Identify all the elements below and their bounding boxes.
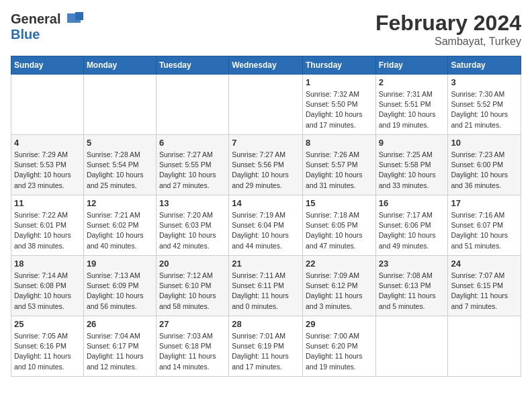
day-content: Sunrise: 7:20 AM Sunset: 6:03 PM Dayligh… bbox=[159, 210, 226, 251]
day-content: Sunrise: 7:32 AM Sunset: 5:50 PM Dayligh… bbox=[306, 89, 373, 130]
day-content: Sunrise: 7:27 AM Sunset: 5:55 PM Dayligh… bbox=[159, 150, 226, 191]
day-content: Sunrise: 7:09 AM Sunset: 6:12 PM Dayligh… bbox=[306, 271, 373, 312]
day-number: 15 bbox=[306, 198, 373, 208]
day-number: 20 bbox=[159, 259, 226, 269]
column-header-thursday: Thursday bbox=[302, 56, 375, 75]
day-number: 27 bbox=[159, 319, 226, 329]
calendar-cell: 14Sunrise: 7:19 AM Sunset: 6:04 PM Dayli… bbox=[229, 195, 303, 256]
calendar-cell: 19Sunrise: 7:13 AM Sunset: 6:09 PM Dayli… bbox=[83, 256, 156, 316]
calendar-cell: 12Sunrise: 7:21 AM Sunset: 6:02 PM Dayli… bbox=[83, 195, 156, 256]
calendar-cell: 17Sunrise: 7:16 AM Sunset: 6:07 PM Dayli… bbox=[448, 195, 521, 256]
calendar-cell: 23Sunrise: 7:08 AM Sunset: 6:13 PM Dayli… bbox=[375, 256, 448, 316]
day-content: Sunrise: 7:25 AM Sunset: 5:58 PM Dayligh… bbox=[379, 150, 445, 191]
calendar-cell: 20Sunrise: 7:12 AM Sunset: 6:10 PM Dayli… bbox=[156, 256, 228, 316]
day-content: Sunrise: 7:30 AM Sunset: 5:52 PM Dayligh… bbox=[451, 89, 518, 130]
calendar-cell: 25Sunrise: 7:05 AM Sunset: 6:16 PM Dayli… bbox=[11, 316, 84, 377]
day-number: 25 bbox=[14, 319, 81, 329]
day-number: 12 bbox=[87, 198, 153, 208]
day-number: 21 bbox=[232, 259, 300, 269]
calendar-cell: 18Sunrise: 7:14 AM Sunset: 6:08 PM Dayli… bbox=[11, 256, 84, 316]
calendar-cell: 5Sunrise: 7:28 AM Sunset: 5:54 PM Daylig… bbox=[83, 135, 156, 195]
day-content: Sunrise: 7:01 AM Sunset: 6:19 PM Dayligh… bbox=[232, 331, 300, 372]
day-number: 2 bbox=[379, 77, 445, 87]
calendar-week-5: 25Sunrise: 7:05 AM Sunset: 6:16 PM Dayli… bbox=[11, 316, 521, 377]
day-content: Sunrise: 7:16 AM Sunset: 6:07 PM Dayligh… bbox=[451, 210, 518, 251]
day-content: Sunrise: 7:26 AM Sunset: 5:57 PM Dayligh… bbox=[306, 150, 373, 191]
calendar-week-2: 4Sunrise: 7:29 AM Sunset: 5:53 PM Daylig… bbox=[11, 135, 521, 195]
day-number: 19 bbox=[87, 259, 153, 269]
day-number: 1 bbox=[306, 77, 373, 87]
calendar-cell: 15Sunrise: 7:18 AM Sunset: 6:05 PM Dayli… bbox=[302, 195, 375, 256]
day-number: 3 bbox=[451, 77, 518, 87]
column-header-wednesday: Wednesday bbox=[229, 56, 303, 75]
calendar-cell bbox=[83, 75, 156, 135]
calendar-cell: 13Sunrise: 7:20 AM Sunset: 6:03 PM Dayli… bbox=[156, 195, 228, 256]
calendar-cell: 7Sunrise: 7:27 AM Sunset: 5:56 PM Daylig… bbox=[229, 135, 303, 195]
title-area: February 2024 Sambayat, Turkey bbox=[375, 11, 521, 48]
column-header-sunday: Sunday bbox=[11, 56, 84, 75]
day-number: 29 bbox=[306, 319, 373, 329]
day-number: 9 bbox=[379, 138, 445, 148]
calendar-cell: 28Sunrise: 7:01 AM Sunset: 6:19 PM Dayli… bbox=[229, 316, 303, 377]
day-content: Sunrise: 7:12 AM Sunset: 6:10 PM Dayligh… bbox=[159, 271, 226, 312]
day-number: 10 bbox=[451, 138, 518, 148]
column-header-monday: Monday bbox=[83, 56, 156, 75]
calendar-cell bbox=[11, 75, 84, 135]
day-number: 11 bbox=[14, 198, 81, 208]
svg-marker-1 bbox=[75, 12, 83, 20]
day-number: 6 bbox=[159, 138, 226, 148]
day-number: 5 bbox=[87, 138, 153, 148]
column-header-tuesday: Tuesday bbox=[156, 56, 228, 75]
day-number: 8 bbox=[306, 138, 373, 148]
calendar-cell bbox=[229, 75, 303, 135]
logo-blue-text: Blue bbox=[11, 27, 40, 42]
calendar-header-row: SundayMondayTuesdayWednesdayThursdayFrid… bbox=[11, 56, 521, 75]
calendar-cell bbox=[448, 316, 521, 377]
calendar-cell: 16Sunrise: 7:17 AM Sunset: 6:06 PM Dayli… bbox=[375, 195, 448, 256]
day-content: Sunrise: 7:28 AM Sunset: 5:54 PM Dayligh… bbox=[87, 150, 153, 191]
day-content: Sunrise: 7:17 AM Sunset: 6:06 PM Dayligh… bbox=[379, 210, 445, 251]
calendar-week-3: 11Sunrise: 7:22 AM Sunset: 6:01 PM Dayli… bbox=[11, 195, 521, 256]
calendar-cell: 10Sunrise: 7:23 AM Sunset: 6:00 PM Dayli… bbox=[448, 135, 521, 195]
day-number: 16 bbox=[379, 198, 445, 208]
day-number: 28 bbox=[232, 319, 300, 329]
day-content: Sunrise: 7:14 AM Sunset: 6:08 PM Dayligh… bbox=[14, 271, 81, 312]
column-header-saturday: Saturday bbox=[448, 56, 521, 75]
day-content: Sunrise: 7:11 AM Sunset: 6:11 PM Dayligh… bbox=[232, 271, 300, 312]
day-content: Sunrise: 7:29 AM Sunset: 5:53 PM Dayligh… bbox=[14, 150, 81, 191]
logo: General Blue bbox=[11, 11, 83, 42]
calendar-cell: 1Sunrise: 7:32 AM Sunset: 5:50 PM Daylig… bbox=[302, 75, 375, 135]
day-content: Sunrise: 7:07 AM Sunset: 6:15 PM Dayligh… bbox=[451, 271, 518, 312]
day-content: Sunrise: 7:21 AM Sunset: 6:02 PM Dayligh… bbox=[87, 210, 153, 251]
calendar-cell: 8Sunrise: 7:26 AM Sunset: 5:57 PM Daylig… bbox=[302, 135, 375, 195]
calendar-cell: 3Sunrise: 7:30 AM Sunset: 5:52 PM Daylig… bbox=[448, 75, 521, 135]
day-content: Sunrise: 7:23 AM Sunset: 6:00 PM Dayligh… bbox=[451, 150, 518, 191]
calendar-cell: 27Sunrise: 7:03 AM Sunset: 6:18 PM Dayli… bbox=[156, 316, 228, 377]
day-content: Sunrise: 7:27 AM Sunset: 5:56 PM Dayligh… bbox=[232, 150, 300, 191]
column-header-friday: Friday bbox=[375, 56, 448, 75]
calendar-cell: 24Sunrise: 7:07 AM Sunset: 6:15 PM Dayli… bbox=[448, 256, 521, 316]
calendar-cell: 4Sunrise: 7:29 AM Sunset: 5:53 PM Daylig… bbox=[11, 135, 84, 195]
day-number: 18 bbox=[14, 259, 81, 269]
day-number: 13 bbox=[159, 198, 226, 208]
day-number: 7 bbox=[232, 138, 300, 148]
calendar-cell: 29Sunrise: 7:00 AM Sunset: 6:20 PM Dayli… bbox=[302, 316, 375, 377]
calendar-table: SundayMondayTuesdayWednesdayThursdayFrid… bbox=[11, 56, 521, 377]
calendar-week-4: 18Sunrise: 7:14 AM Sunset: 6:08 PM Dayli… bbox=[11, 256, 521, 316]
day-number: 22 bbox=[306, 259, 373, 269]
day-content: Sunrise: 7:22 AM Sunset: 6:01 PM Dayligh… bbox=[14, 210, 81, 251]
calendar-cell bbox=[375, 316, 448, 377]
calendar-cell: 11Sunrise: 7:22 AM Sunset: 6:01 PM Dayli… bbox=[11, 195, 84, 256]
day-content: Sunrise: 7:31 AM Sunset: 5:51 PM Dayligh… bbox=[379, 89, 445, 130]
calendar-cell: 22Sunrise: 7:09 AM Sunset: 6:12 PM Dayli… bbox=[302, 256, 375, 316]
page-header: General Blue February 2024 Sambayat, Tur… bbox=[11, 11, 521, 48]
calendar-title: February 2024 bbox=[375, 11, 521, 36]
calendar-cell: 2Sunrise: 7:31 AM Sunset: 5:51 PM Daylig… bbox=[375, 75, 448, 135]
calendar-cell bbox=[156, 75, 228, 135]
day-content: Sunrise: 7:13 AM Sunset: 6:09 PM Dayligh… bbox=[87, 271, 153, 312]
day-number: 14 bbox=[232, 198, 300, 208]
day-content: Sunrise: 7:05 AM Sunset: 6:16 PM Dayligh… bbox=[14, 331, 81, 372]
day-number: 24 bbox=[451, 259, 518, 269]
calendar-cell: 26Sunrise: 7:04 AM Sunset: 6:17 PM Dayli… bbox=[83, 316, 156, 377]
day-content: Sunrise: 7:18 AM Sunset: 6:05 PM Dayligh… bbox=[306, 210, 373, 251]
